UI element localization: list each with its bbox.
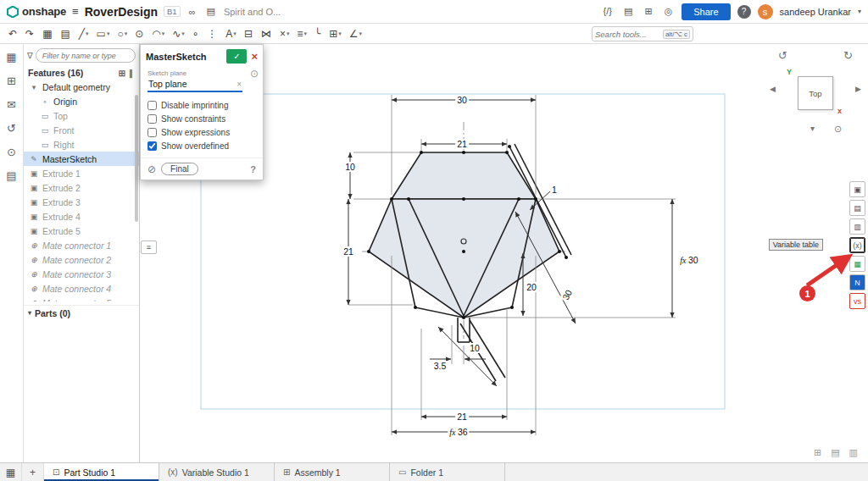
- canvas-corner-icon[interactable]: ▤: [831, 447, 839, 458]
- toolbar-tool-button[interactable]: ○ ▾: [114, 26, 131, 41]
- parts-chevron-icon[interactable]: ▾: [28, 309, 31, 317]
- tree-header-icon[interactable]: ∥: [127, 69, 135, 78]
- view-menu-chevron-icon[interactable]: ▾: [810, 124, 815, 133]
- sketch-dimension[interactable]: fx 36: [448, 427, 469, 437]
- tool-dropdown-chevron-icon[interactable]: ▾: [162, 30, 165, 37]
- feature-tree-item[interactable]: ▣ Extrude 1: [24, 166, 139, 180]
- titlebar-icon[interactable]: ▤: [621, 6, 635, 17]
- feature-list-flyout-button[interactable]: ≡: [141, 240, 157, 254]
- sketch-dimension[interactable]: 21: [455, 412, 469, 422]
- toolbar-tool-button[interactable]: ▤: [57, 26, 74, 41]
- toolbar-tool-button[interactable]: ╱ ▾: [75, 26, 92, 41]
- main-menu-icon[interactable]: ≡: [72, 5, 79, 18]
- search-tools-input[interactable]: [595, 30, 660, 39]
- dialog-option[interactable]: Show constraints: [147, 112, 256, 125]
- toolbar-tool-button[interactable]: ∠ ▾: [346, 26, 365, 41]
- rotate-cw-icon[interactable]: ↻: [843, 49, 853, 62]
- right-panel-button[interactable]: ▤: [849, 200, 865, 216]
- feature-tree-item[interactable]: ⊕ Mate connector 2: [24, 252, 139, 267]
- strip-icon[interactable]: ▦: [6, 51, 16, 64]
- rotate-right-arrow-icon[interactable]: ▶: [855, 85, 861, 93]
- parts-section[interactable]: ▾ Parts (0): [24, 305, 139, 320]
- tool-dropdown-chevron-icon[interactable]: ▾: [107, 30, 110, 37]
- rotate-ccw-icon[interactable]: ↺: [778, 49, 787, 62]
- feature-tree-item[interactable]: ▾ Default geometry: [24, 80, 139, 94]
- tool-dropdown-chevron-icon[interactable]: ▾: [181, 30, 185, 37]
- tool-dropdown-chevron-icon[interactable]: ▾: [233, 30, 236, 37]
- add-tab-button[interactable]: +: [22, 463, 44, 481]
- toolbar-tool-button[interactable]: ∘: [189, 26, 203, 41]
- titlebar-icon[interactable]: {/}: [601, 6, 615, 17]
- toolbar-tool-button[interactable]: ↶: [5, 26, 21, 41]
- tool-dropdown-chevron-icon[interactable]: ▾: [303, 30, 307, 37]
- tree-scrollbar[interactable]: [135, 95, 138, 222]
- feature-tree-item[interactable]: ▭ Right: [24, 137, 139, 152]
- sketch-plane-field[interactable]: Top plane ×: [147, 77, 242, 92]
- confirm-button[interactable]: ✓: [226, 49, 247, 64]
- studio-tab[interactable]: ▭ Folder 1: [390, 463, 505, 481]
- link-icon[interactable]: ∞: [186, 7, 198, 17]
- sketch-dimension[interactable]: fx 30: [678, 255, 699, 265]
- sketch-timer-icon[interactable]: ⊙: [250, 68, 259, 80]
- avatar[interactable]: s: [758, 4, 773, 19]
- final-button[interactable]: Final: [161, 163, 198, 175]
- option-checkbox[interactable]: [147, 101, 157, 110]
- toolbar-tool-button[interactable]: A ▾: [222, 26, 240, 41]
- canvas-corner-icon[interactable]: ⊞: [814, 447, 821, 458]
- right-panel-button[interactable]: vs: [849, 293, 865, 309]
- sketch-dimension[interactable]: 1: [550, 185, 559, 195]
- toolbar-tool-button[interactable]: ╰: [311, 26, 325, 41]
- document-title[interactable]: RoverDesign: [85, 5, 158, 19]
- toolbar-tool-button[interactable]: ∿ ▾: [169, 26, 188, 41]
- option-checkbox[interactable]: [147, 141, 157, 151]
- view-cube-face-top[interactable]: Top: [798, 76, 833, 110]
- studio-tab[interactable]: ⊡ Part Studio 1: [44, 463, 159, 481]
- toolbar-tool-button[interactable]: ▦: [39, 26, 56, 41]
- canvas-corner-icon[interactable]: ▥: [849, 447, 858, 458]
- toolbar-tool-button[interactable]: ◠ ▾: [148, 26, 168, 41]
- toolbar-tool-button[interactable]: ⋮: [203, 26, 221, 41]
- tool-dropdown-chevron-icon[interactable]: ▾: [287, 30, 290, 37]
- toolbar-tool-button[interactable]: × ▾: [276, 26, 293, 41]
- feature-tree-item[interactable]: ▭ Front: [24, 123, 139, 137]
- search-tools-box[interactable]: alt/⌥ c: [592, 26, 693, 41]
- strip-icon[interactable]: ▤: [6, 169, 16, 182]
- sketch-dimension[interactable]: 3.5: [432, 361, 448, 371]
- user-menu-caret-icon[interactable]: ▾: [858, 8, 861, 15]
- feature-tree-item[interactable]: ⊕ Mate connector 3: [24, 267, 139, 281]
- toolbar-tool-button[interactable]: ≡ ▾: [293, 26, 310, 41]
- onshape-logo[interactable]: onshape: [7, 5, 66, 18]
- toolbar-tool-button[interactable]: ⋈: [258, 26, 275, 41]
- sketch-dimension[interactable]: 10: [468, 343, 481, 353]
- feature-tree-item[interactable]: ⊕ Mate connector 5: [24, 296, 139, 301]
- sketch-dimension[interactable]: 10: [343, 162, 357, 172]
- dialog-help-icon[interactable]: ?: [250, 164, 256, 174]
- tool-dropdown-chevron-icon[interactable]: ▾: [125, 30, 128, 37]
- tree-header-icon[interactable]: ⊞: [117, 69, 127, 78]
- feature-tree-item[interactable]: ▣ Extrude 5: [24, 224, 139, 238]
- option-checkbox[interactable]: [147, 114, 157, 124]
- breadcrumb[interactable]: Spirit and O...: [224, 7, 281, 17]
- feature-tree-item[interactable]: ▣ Extrude 2: [24, 180, 139, 195]
- strip-icon[interactable]: ↺: [7, 122, 16, 135]
- user-name[interactable]: sandeep Urankar: [780, 7, 851, 17]
- dialog-option[interactable]: Disable imprinting: [147, 98, 256, 112]
- close-button[interactable]: ×: [251, 51, 258, 62]
- tab-manager-icon[interactable]: ▦: [0, 463, 22, 481]
- studio-tab[interactable]: (x) Variable Studio 1: [159, 463, 275, 481]
- toolbar-tool-button[interactable]: ⊙: [131, 26, 147, 41]
- feature-tree-item[interactable]: ∘ Origin: [24, 94, 139, 108]
- titlebar-icon[interactable]: ◎: [662, 6, 676, 17]
- feature-tree-item[interactable]: ▣ Extrude 4: [24, 209, 139, 224]
- help-button[interactable]: ?: [737, 5, 751, 19]
- toolbar-tool-button[interactable]: ⊞ ▾: [326, 26, 345, 41]
- feature-tree-item[interactable]: ▣ Extrude 3: [24, 195, 139, 209]
- strip-icon[interactable]: ⊙: [7, 146, 16, 158]
- tool-dropdown-chevron-icon[interactable]: ▾: [359, 30, 363, 37]
- share-button[interactable]: Share: [682, 3, 730, 20]
- right-panel-button[interactable]: ▣: [849, 181, 865, 197]
- sketch-dimension[interactable]: 21: [342, 246, 355, 257]
- sketch-dimension[interactable]: 21: [455, 139, 469, 149]
- dialog-option[interactable]: Show overdefined: [147, 139, 256, 152]
- version-badge[interactable]: B1: [164, 6, 181, 17]
